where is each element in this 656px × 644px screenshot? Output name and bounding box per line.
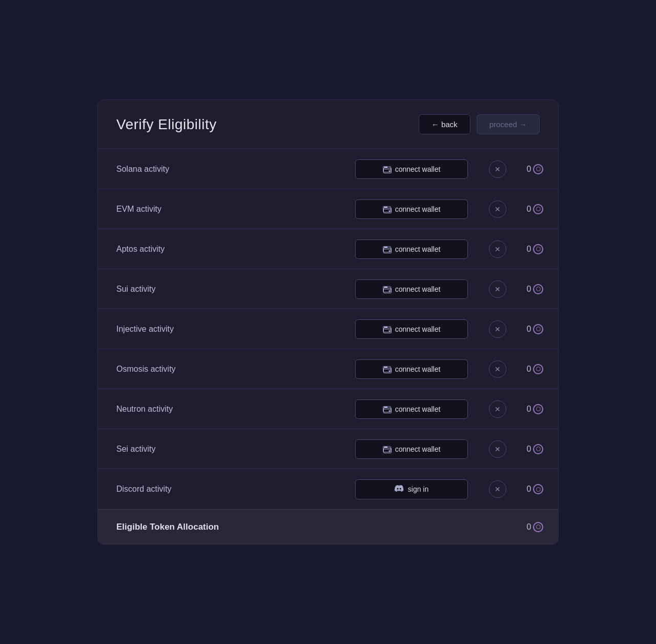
- table-row-aptos: Aptos activity connect wallet✕0: [98, 229, 558, 269]
- row-action-discord: sign in: [340, 471, 483, 508]
- row-close-osmosis: ✕: [483, 360, 512, 378]
- connect-wallet-button-aptos[interactable]: connect wallet: [355, 239, 468, 259]
- row-close-evm: ✕: [483, 200, 512, 218]
- row-close-injective: ✕: [483, 320, 512, 338]
- discord-icon-discord: [395, 485, 404, 494]
- footer-label: Eligible Token Allocation: [98, 512, 512, 542]
- close-button-sui[interactable]: ✕: [489, 280, 506, 298]
- row-action-solana: connect wallet: [340, 151, 483, 187]
- close-button-aptos[interactable]: ✕: [489, 240, 506, 258]
- row-close-aptos: ✕: [483, 240, 512, 258]
- table-row-neutron: Neutron activity connect wallet✕0: [98, 389, 558, 429]
- row-label-neutron: Neutron activity: [98, 394, 340, 424]
- connect-wallet-label-sui: connect wallet: [395, 285, 441, 293]
- connect-wallet-label-neutron: connect wallet: [395, 405, 441, 413]
- connect-wallet-button-osmosis[interactable]: connect wallet: [355, 359, 468, 379]
- row-label-evm: EVM activity: [98, 194, 340, 224]
- wallet-icon-sei: [383, 446, 391, 452]
- sign-in-button-discord[interactable]: sign in: [355, 479, 468, 499]
- svg-point-2: [388, 170, 390, 172]
- points-icon-evm: [533, 204, 543, 214]
- connect-wallet-button-neutron[interactable]: connect wallet: [355, 399, 468, 419]
- row-label-aptos: Aptos activity: [98, 234, 340, 264]
- footer-score-value: 0: [527, 522, 531, 532]
- svg-point-5: [388, 210, 390, 212]
- row-score-sei: 0: [512, 444, 558, 454]
- points-icon-aptos: [533, 244, 543, 254]
- svg-rect-0: [383, 168, 391, 173]
- svg-rect-1: [384, 167, 387, 168]
- close-icon-neutron: ✕: [495, 405, 501, 413]
- table-row-sui: Sui activity connect wallet✕0: [98, 269, 558, 309]
- row-label-solana: Solana activity: [98, 154, 340, 184]
- points-icon-sei: [533, 444, 543, 454]
- svg-point-8: [388, 250, 390, 252]
- close-button-neutron[interactable]: ✕: [489, 400, 506, 418]
- score-value-evm: 0: [527, 205, 531, 214]
- wallet-icon-injective: [383, 326, 391, 332]
- points-icon-sui: [533, 284, 543, 294]
- row-score-aptos: 0: [512, 244, 558, 254]
- row-score-evm: 0: [512, 204, 558, 214]
- connect-wallet-button-injective[interactable]: connect wallet: [355, 319, 468, 339]
- row-action-osmosis: connect wallet: [340, 351, 483, 387]
- svg-rect-22: [384, 447, 387, 448]
- connect-wallet-button-sui[interactable]: connect wallet: [355, 279, 468, 299]
- score-value-neutron: 0: [527, 405, 531, 414]
- points-icon-solana: [533, 164, 543, 174]
- row-label-injective: Injective activity: [98, 314, 340, 344]
- wallet-icon-aptos: [383, 246, 391, 252]
- close-button-sei[interactable]: ✕: [489, 440, 506, 458]
- points-icon-injective: [533, 324, 543, 334]
- close-icon-sui: ✕: [495, 285, 501, 293]
- points-icon-osmosis: [533, 364, 543, 374]
- row-close-sei: ✕: [483, 440, 512, 458]
- svg-rect-12: [383, 328, 391, 333]
- row-close-solana: ✕: [483, 160, 512, 178]
- verify-eligibility-card: Verify Eligibility ← back proceed → Sola…: [97, 99, 559, 545]
- row-score-solana: 0: [512, 164, 558, 174]
- row-label-sui: Sui activity: [98, 274, 340, 304]
- score-value-sui: 0: [527, 285, 531, 294]
- close-button-solana[interactable]: ✕: [489, 160, 506, 178]
- svg-rect-13: [384, 327, 387, 328]
- row-close-neutron: ✕: [483, 400, 512, 418]
- row-score-sui: 0: [512, 284, 558, 294]
- header-buttons: ← back proceed →: [419, 114, 540, 134]
- svg-rect-7: [384, 247, 387, 248]
- close-button-evm[interactable]: ✕: [489, 200, 506, 218]
- score-value-solana: 0: [527, 165, 531, 174]
- row-label-sei: Sei activity: [98, 434, 340, 464]
- connect-wallet-label-solana: connect wallet: [395, 165, 441, 173]
- svg-point-11: [388, 290, 390, 292]
- connect-wallet-button-sei[interactable]: connect wallet: [355, 439, 468, 459]
- wallet-icon-neutron: [383, 406, 391, 412]
- connect-wallet-button-solana[interactable]: connect wallet: [355, 159, 468, 179]
- close-icon-solana: ✕: [495, 165, 501, 173]
- wallet-icon-solana: [383, 166, 391, 172]
- row-action-injective: connect wallet: [340, 311, 483, 347]
- close-icon-aptos: ✕: [495, 245, 501, 253]
- connect-wallet-button-evm[interactable]: connect wallet: [355, 199, 468, 219]
- close-button-discord[interactable]: ✕: [489, 480, 506, 498]
- score-value-osmosis: 0: [527, 365, 531, 374]
- row-score-injective: 0: [512, 324, 558, 334]
- svg-rect-9: [383, 288, 391, 293]
- table-row-sei: Sei activity connect wallet✕0: [98, 429, 558, 469]
- close-button-injective[interactable]: ✕: [489, 320, 506, 338]
- svg-point-17: [388, 370, 390, 372]
- proceed-button[interactable]: proceed →: [477, 114, 540, 134]
- footer-row: Eligible Token Allocation 0: [98, 509, 558, 544]
- svg-rect-4: [384, 207, 387, 208]
- row-score-discord: 0: [512, 484, 558, 494]
- svg-point-23: [388, 450, 390, 452]
- score-value-discord: 0: [527, 485, 531, 494]
- svg-rect-18: [383, 408, 391, 413]
- back-button[interactable]: ← back: [419, 114, 470, 134]
- footer-points-icon: [533, 522, 543, 532]
- svg-rect-6: [383, 248, 391, 253]
- close-button-osmosis[interactable]: ✕: [489, 360, 506, 378]
- eligibility-table: Solana activity connect wallet✕0EVM acti…: [98, 149, 558, 509]
- row-action-evm: connect wallet: [340, 191, 483, 227]
- wallet-icon-sui: [383, 286, 391, 292]
